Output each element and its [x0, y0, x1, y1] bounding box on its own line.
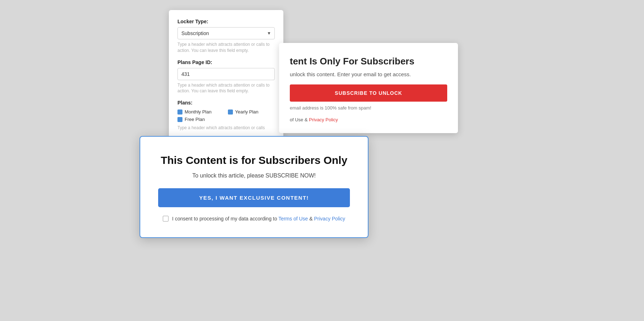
spam-note: email address is 100% safe from spam! — [290, 105, 447, 111]
free-plan-label: Free Plan — [185, 117, 205, 122]
consent-checkbox[interactable] — [163, 216, 169, 222]
settings-panel: Locker Type: Subscription ▼ Type a heade… — [169, 10, 283, 138]
email-locker-title: tent Is Only For Subscribers — [290, 56, 447, 67]
subscription-locker-title: This Content is for Subscribers Only — [158, 154, 350, 167]
free-plan-checkbox[interactable] — [177, 117, 182, 122]
yearly-plan-label: Yearly Plan — [235, 109, 258, 115]
consent-text: I consent to processing of my data accor… — [172, 216, 345, 222]
subscribe-to-unlock-button[interactable]: SUBSCRIBE TO UNLOCK — [290, 84, 447, 102]
plans-label: Plans: — [177, 100, 275, 106]
subscription-privacy-link[interactable]: Privacy Policy — [314, 216, 345, 222]
plans-grid: Monthly Plan Yearly Plan Free Plan — [177, 109, 275, 122]
subscription-terms-link[interactable]: Terms of Use — [278, 216, 308, 222]
email-locker-preview: tent Is Only For Subscribers unlock this… — [279, 43, 458, 133]
plans-page-id-label: Plans Page ID: — [177, 59, 275, 65]
plans-page-id-input[interactable] — [177, 68, 275, 80]
locker-type-select[interactable]: Subscription — [177, 27, 275, 39]
plan-item-free[interactable]: Free Plan — [177, 117, 224, 122]
terms-of-use-prefix: of Use — [290, 117, 303, 122]
subscription-locker: This Content is for Subscribers Only To … — [140, 136, 369, 238]
subscription-and: & — [309, 216, 314, 222]
locker-type-hint: Type a header which attracts attention o… — [177, 42, 275, 54]
email-locker-legal: of Use & Privacy Policy — [290, 117, 447, 122]
yes-exclusive-content-button[interactable]: YES, I WANT EXCLUSIVE CONTENT! — [158, 188, 350, 207]
privacy-policy-link[interactable]: Privacy Policy — [309, 117, 338, 122]
consent-row: I consent to processing of my data accor… — [158, 216, 350, 222]
locker-type-label: Locker Type: — [177, 19, 275, 24]
monthly-plan-label: Monthly Plan — [185, 109, 211, 115]
monthly-plan-checkbox[interactable] — [177, 110, 182, 115]
plans-hint: Type a header which attracts attention o… — [177, 125, 275, 131]
subscription-locker-subtitle: To unlock this article, please SUBSCRIBE… — [158, 172, 350, 179]
locker-type-select-wrapper[interactable]: Subscription ▼ — [177, 27, 275, 39]
plan-item-yearly[interactable]: Yearly Plan — [228, 109, 275, 115]
yearly-plan-checkbox[interactable] — [228, 110, 233, 115]
plans-page-id-hint: Type a header which attracts attention o… — [177, 82, 275, 94]
email-locker-subtitle: unlock this content. Enter your email to… — [290, 71, 447, 77]
plan-item-monthly[interactable]: Monthly Plan — [177, 109, 224, 115]
legal-and: & — [304, 117, 309, 122]
